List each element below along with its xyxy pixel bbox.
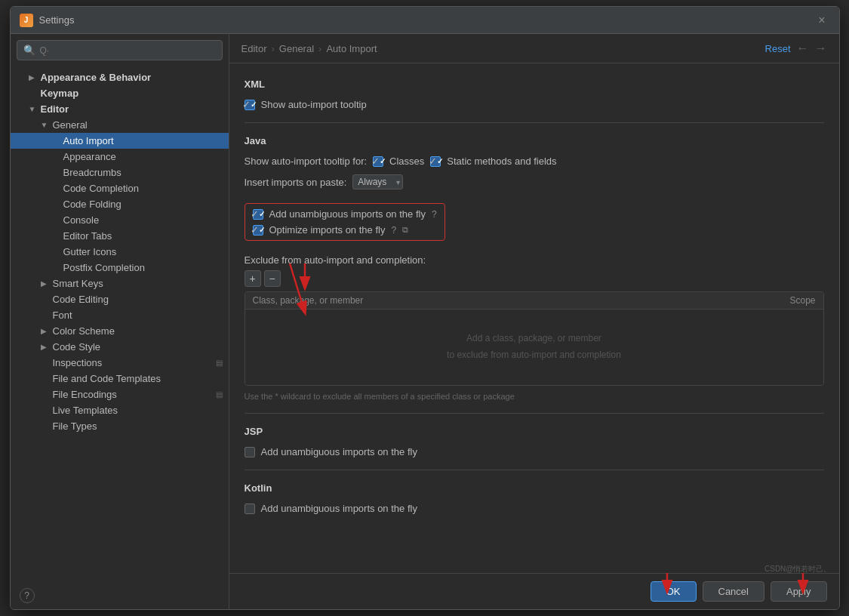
java-highlighted-options: ✓ Add unambiguous imports on the fly ? ✓…	[245, 203, 445, 241]
arrow-icon: ▼	[29, 105, 36, 113]
table-empty-hint-1: Add a class, package, or member	[466, 331, 601, 347]
java-insert-row: Insert imports on paste: Always Ask Neve…	[245, 174, 824, 189]
search-box[interactable]: 🔍	[17, 40, 223, 60]
sidebar-label: Live Templates	[53, 405, 118, 416]
checkmark-icon: ✓	[371, 156, 380, 167]
xml-tooltip-checkbox[interactable]: ✓	[245, 100, 255, 110]
exclude-table: Class, package, or member Scope Add a cl…	[245, 291, 824, 386]
help-icon-2[interactable]: ?	[391, 225, 396, 236]
java-unambiguous-label: Add unambiguous imports on the fly	[269, 208, 426, 220]
sidebar-item-editor[interactable]: ▼ Editor	[11, 101, 229, 117]
sidebar-label: Code Completion	[63, 183, 139, 194]
sidebar-item-appearance[interactable]: Appearance	[11, 149, 229, 165]
sidebar-label: Inspections	[53, 357, 103, 368]
sidebar-item-live-templates[interactable]: Live Templates	[11, 402, 229, 418]
sidebar-item-breadcrumbs[interactable]: Breadcrumbs	[11, 165, 229, 180]
arrow-icon: ▶	[41, 327, 48, 335]
sidebar-bottom: ?	[11, 582, 229, 609]
help-icon[interactable]: ?	[432, 209, 437, 220]
nav-forward-button[interactable]: →	[815, 42, 827, 55]
sidebar-label: General	[53, 119, 88, 131]
checkmark-icon: ✓	[251, 208, 259, 220]
sidebar-item-console[interactable]: Console	[11, 212, 229, 228]
arrow-icon: ▶	[29, 73, 36, 82]
exclude-label: Exclude from auto-import and completion:	[245, 254, 824, 266]
dialog-title: Settings	[39, 14, 814, 26]
checkmark-icon: ✓	[251, 224, 259, 236]
breadcrumb-editor: Editor	[241, 43, 267, 54]
remove-exclude-button[interactable]: −	[264, 270, 281, 287]
jsp-unambiguous-checkbox[interactable]	[245, 447, 255, 457]
nav-back-button[interactable]: ←	[797, 42, 809, 55]
sidebar-label: File Types	[53, 420, 97, 432]
exclude-section: Exclude from auto-import and completion:…	[245, 254, 824, 401]
search-input[interactable]	[40, 45, 216, 56]
divider-java-jsp	[245, 413, 824, 414]
cancel-button[interactable]: Cancel	[703, 581, 764, 602]
java-unambiguous-checkbox[interactable]: ✓	[253, 209, 263, 220]
sidebar-item-code-editing[interactable]: Code Editing	[11, 291, 229, 307]
sidebar-label: Postfix Completion	[63, 262, 145, 273]
sidebar-item-code-completion[interactable]: Code Completion	[11, 180, 229, 196]
divider-jsp-kotlin	[245, 470, 824, 470]
sidebar-item-keymap[interactable]: Keymap	[11, 85, 229, 101]
java-insert-label: Insert imports on paste:	[245, 177, 347, 188]
sidebar-item-file-types[interactable]: File Types	[11, 418, 229, 434]
add-exclude-button[interactable]: +	[245, 270, 261, 287]
kotlin-section-title: Kotlin	[245, 482, 824, 494]
sidebar-item-auto-import[interactable]: Auto Import	[11, 133, 229, 149]
java-tooltip-label: Show auto-import tooltip for:	[245, 156, 368, 167]
java-classes-checkbox[interactable]: ✓	[373, 156, 383, 167]
kotlin-unambiguous-label: Add unambiguous imports on the fly	[261, 503, 417, 514]
sidebar-item-code-folding[interactable]: Code Folding	[11, 196, 229, 212]
sidebar-item-smart-keys[interactable]: ▶ Smart Keys	[11, 276, 229, 291]
java-optimize-label: Optimize imports on the fly	[269, 224, 386, 236]
checkmark-icon: ✓	[242, 99, 251, 110]
sidebar-item-gutter-icons[interactable]: Gutter Icons	[11, 244, 229, 260]
sidebar-item-file-code-templates[interactable]: File and Code Templates	[11, 371, 229, 387]
exclude-toolbar: + −	[245, 270, 824, 287]
inspections-icon: ▤	[216, 359, 223, 367]
java-insert-select[interactable]: Always Ask Never	[352, 174, 403, 189]
sidebar-item-font[interactable]: Font	[11, 307, 229, 323]
breadcrumb-sep-1: ›	[271, 43, 274, 54]
sidebar-item-file-encodings[interactable]: File Encodings ▤	[11, 387, 229, 402]
kotlin-unambiguous-row: Add unambiguous imports on the fly	[245, 503, 824, 514]
arrow-icon: ▶	[41, 343, 48, 351]
sidebar-label: Color Scheme	[53, 325, 115, 337]
apply-button[interactable]: Apply	[771, 581, 827, 602]
java-static-checkbox[interactable]: ✓	[430, 156, 441, 167]
sidebar-label: Code Editing	[53, 294, 109, 305]
divider-xml-java	[245, 122, 824, 123]
java-static-label: Static methods and fields	[447, 156, 556, 167]
sidebar-label: Gutter Icons	[63, 246, 117, 257]
help-button[interactable]: ?	[20, 588, 35, 603]
reset-button[interactable]: Reset	[765, 43, 791, 54]
breadcrumb-sep-2: ›	[318, 43, 321, 54]
wildcard-hint: Use the * wildcard to exclude all member…	[245, 392, 824, 401]
sidebar-label: Editor	[41, 103, 69, 115]
sidebar-item-editor-tabs[interactable]: Editor Tabs	[11, 228, 229, 244]
sidebar-item-color-scheme[interactable]: ▶ Color Scheme	[11, 323, 229, 339]
search-icon: 🔍	[23, 45, 35, 56]
table-body: Add a class, package, or member to exclu…	[245, 310, 823, 385]
sidebar-label: Keymap	[41, 88, 79, 99]
xml-section-title: XML	[245, 79, 824, 90]
java-optimize-checkbox[interactable]: ✓	[253, 225, 263, 236]
sidebar-item-inspections[interactable]: Inspections ▤	[11, 355, 229, 371]
java-tooltip-row: Show auto-import tooltip for: ✓ Classes …	[245, 156, 824, 167]
ok-button[interactable]: OK	[651, 581, 697, 602]
sidebar-item-appearance-behavior[interactable]: ▶ Appearance & Behavior	[11, 69, 229, 85]
app-icon-text: J	[24, 16, 29, 24]
jsp-unambiguous-row: Add unambiguous imports on the fly	[245, 446, 824, 457]
sidebar-label: Editor Tabs	[63, 230, 112, 242]
close-button[interactable]: ×	[814, 12, 829, 29]
java-optimize-row: ✓ Optimize imports on the fly ? ⧉	[253, 224, 437, 236]
app-icon: J	[20, 14, 33, 27]
copy-icon[interactable]: ⧉	[402, 225, 408, 235]
table-header: Class, package, or member Scope	[245, 292, 823, 310]
sidebar-item-postfix-completion[interactable]: Postfix Completion	[11, 260, 229, 276]
sidebar-item-code-style[interactable]: ▶ Code Style	[11, 339, 229, 355]
kotlin-unambiguous-checkbox[interactable]	[245, 504, 255, 514]
sidebar-item-general[interactable]: ▼ General	[11, 117, 229, 133]
